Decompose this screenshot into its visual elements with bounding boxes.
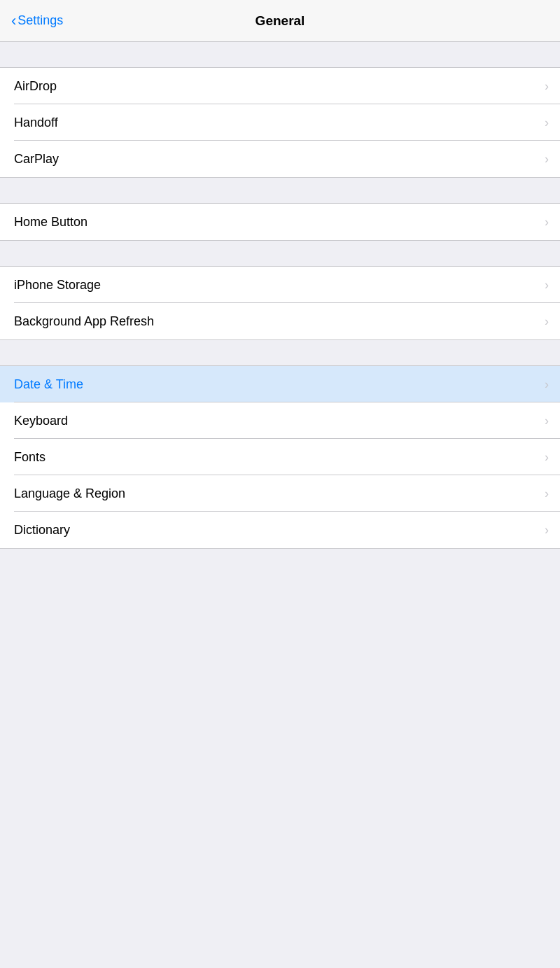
settings-group-3: iPhone Storage › Background App Refresh … (0, 266, 560, 340)
handoff-chevron-icon: › (545, 115, 549, 130)
language-region-chevron-icon: › (545, 486, 549, 501)
iphone-storage-chevron-icon: › (545, 278, 549, 293)
background-app-refresh-label: Background App Refresh (14, 314, 154, 329)
keyboard-chevron-icon: › (545, 414, 549, 428)
background-app-refresh-item[interactable]: Background App Refresh › (0, 303, 560, 339)
carplay-label: CarPlay (14, 152, 59, 167)
dictionary-item[interactable]: Dictionary › (0, 512, 560, 548)
carplay-item[interactable]: CarPlay › (0, 141, 560, 177)
iphone-storage-label: iPhone Storage (14, 278, 101, 293)
home-button-item[interactable]: Home Button › (0, 204, 560, 240)
handoff-label: Handoff (14, 115, 58, 130)
airdrop-item[interactable]: AirDrop › (0, 68, 560, 104)
home-button-chevron-icon: › (545, 215, 549, 230)
section-gap-4 (0, 340, 560, 365)
dictionary-label: Dictionary (14, 523, 70, 538)
settings-group-1: AirDrop › Handoff › CarPlay › (0, 67, 560, 178)
carplay-chevron-icon: › (545, 152, 549, 167)
airdrop-chevron-icon: › (545, 79, 549, 94)
back-button[interactable]: ‹ Settings (11, 13, 63, 29)
iphone-storage-item[interactable]: iPhone Storage › (0, 267, 560, 303)
navigation-bar: ‹ Settings General (0, 0, 560, 42)
section-gap-2 (0, 178, 560, 203)
back-label: Settings (18, 13, 63, 28)
settings-group-2: Home Button › (0, 203, 560, 241)
back-chevron-icon: ‹ (11, 13, 16, 29)
date-time-item[interactable]: Date & Time › (0, 366, 560, 402)
home-button-label: Home Button (14, 215, 88, 230)
fonts-item[interactable]: Fonts › (0, 439, 560, 475)
language-region-item[interactable]: Language & Region › (0, 475, 560, 512)
section-gap-top (0, 42, 560, 67)
section-gap-3 (0, 241, 560, 266)
fonts-chevron-icon: › (545, 450, 549, 465)
airdrop-label: AirDrop (14, 79, 57, 94)
keyboard-item[interactable]: Keyboard › (0, 402, 560, 439)
page-title: General (255, 13, 305, 29)
date-time-chevron-icon: › (545, 377, 549, 392)
dictionary-chevron-icon: › (545, 523, 549, 538)
handoff-item[interactable]: Handoff › (0, 104, 560, 141)
settings-group-4: Date & Time › Keyboard › Fonts › Languag… (0, 365, 560, 549)
bottom-gap (0, 549, 560, 591)
keyboard-label: Keyboard (14, 414, 68, 428)
background-app-refresh-chevron-icon: › (545, 314, 549, 329)
date-time-label: Date & Time (14, 377, 83, 392)
fonts-label: Fonts (14, 450, 46, 465)
language-region-label: Language & Region (14, 486, 125, 501)
